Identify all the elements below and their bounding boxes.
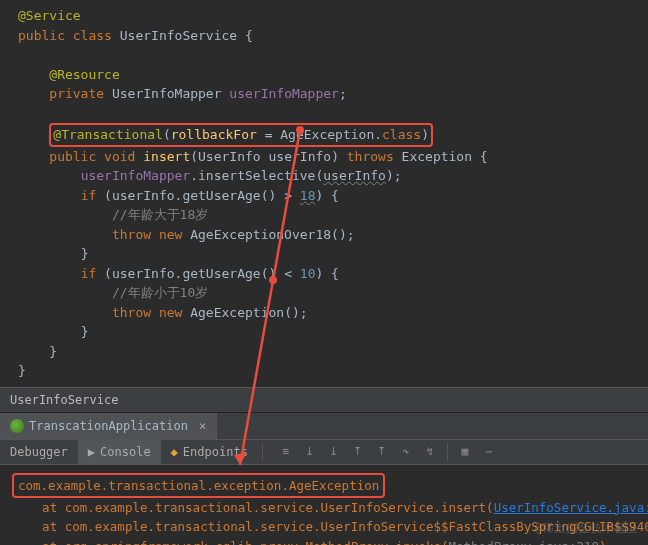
semicolon: ; [339, 86, 347, 101]
tab-console[interactable]: ▶ Console [78, 440, 161, 464]
spring-boot-icon [10, 419, 24, 433]
paren: (); [331, 227, 354, 242]
keyword: if [81, 266, 104, 281]
brace: } [49, 344, 57, 359]
keyword: private [49, 86, 112, 101]
debug-actions: ≡ ⤓ ⤓ ⤒ ⤒ ↷ ↯ ▦ ⋯ [275, 441, 500, 463]
method-call: getUserAge [182, 188, 260, 203]
dot: . [190, 168, 198, 183]
brace: } [81, 324, 89, 339]
force-step-into-icon[interactable]: ⤓ [323, 441, 345, 463]
keyword: throws [347, 149, 402, 164]
evaluate-icon[interactable]: ↯ [419, 441, 441, 463]
comment: //年龄小于10岁 [112, 285, 208, 300]
keyword: if [81, 188, 104, 203]
operator: () < [261, 266, 300, 281]
brace: { [245, 28, 253, 43]
field: userInfoMapper [229, 86, 339, 101]
brace: ) { [315, 266, 338, 281]
tab-endpoints[interactable]: ◆ Endpoints [161, 440, 258, 464]
paren: ( [104, 266, 112, 281]
drop-frame-icon[interactable]: ⤒ [371, 441, 393, 463]
highlight-annotation-box: @Transactional(rollbackFor = AgeExceptio… [49, 123, 433, 147]
paren: ); [386, 168, 402, 183]
annotation: @Service [18, 8, 81, 23]
keyword: new [159, 227, 190, 242]
brace: } [81, 246, 89, 261]
paren: ( [190, 149, 198, 164]
keyword: throw [112, 305, 159, 320]
method-name: insert [143, 149, 190, 164]
paren: (); [284, 305, 307, 320]
source-link[interactable]: MethodProxy.java:218 [449, 539, 600, 545]
param-name: userInfo [269, 149, 332, 164]
debug-toolbar: Debugger ▶ Console ◆ Endpoints ≡ ⤓ ⤓ ⤒ ⤒… [0, 440, 648, 465]
run-tab[interactable]: TranscationApplication × [0, 413, 217, 439]
number: 10 [300, 266, 316, 281]
number: 18 [300, 188, 316, 203]
stack-frame: org.springframework.cglib.proxy.MethodPr… [65, 539, 449, 545]
dot: . [374, 127, 382, 142]
tab-label: Endpoints [183, 445, 248, 459]
run-to-cursor-icon[interactable]: ↷ [395, 441, 417, 463]
tab-label: TranscationApplication [29, 419, 188, 433]
divider [447, 443, 448, 461]
stack-frame: com.example.transactional.service.UserIn… [65, 519, 648, 534]
param-type: UserInfo [198, 149, 268, 164]
step-over-icon[interactable]: ≡ [275, 441, 297, 463]
endpoints-icon: ◆ [171, 445, 178, 459]
class-name: UserInfoService [120, 28, 245, 43]
calculator-icon[interactable]: ▦ [454, 441, 476, 463]
paren: ( [163, 127, 171, 142]
method-call: getUserAge [182, 266, 260, 281]
breadcrumb[interactable]: UserInfoService [0, 387, 648, 413]
divider [262, 443, 263, 461]
paren: ) [421, 127, 429, 142]
keyword: class [73, 28, 120, 43]
brace: { [480, 149, 488, 164]
brace: ) { [315, 188, 338, 203]
var: userInfo [112, 266, 175, 281]
type: UserInfoMapper [112, 86, 229, 101]
equals: = [265, 127, 281, 142]
annotation: @Resource [49, 67, 119, 82]
exception-type: Exception [402, 149, 480, 164]
tab-debugger[interactable]: Debugger [0, 440, 78, 464]
class-ref: AgeException [280, 127, 374, 142]
at-text: at [42, 500, 65, 515]
close-icon[interactable]: × [199, 419, 206, 433]
attribute: rollbackFor [171, 127, 265, 142]
stack-frame: com.example.transactional.service.UserIn… [65, 500, 494, 515]
keyword: throw [112, 227, 159, 242]
field: userInfoMapper [81, 168, 191, 183]
exception-type: AgeExceptionOver18 [190, 227, 331, 242]
brace: } [18, 363, 26, 378]
code-editor[interactable]: @Service public class UserInfoService { … [0, 0, 648, 387]
method-call: insertSelective [198, 168, 315, 183]
operator: () > [261, 188, 300, 203]
keyword: void [104, 149, 143, 164]
keyword: public [49, 149, 104, 164]
at-text: at [42, 539, 65, 545]
paren: ) [331, 149, 347, 164]
console-icon: ▶ [88, 445, 95, 459]
annotation: @Transactional [53, 127, 163, 142]
paren: ) [599, 539, 607, 545]
tab-label: Console [100, 445, 151, 459]
run-tab-bar: TranscationApplication × [0, 413, 648, 440]
console-output[interactable]: com.example.transactional.exception.AgeE… [0, 465, 648, 546]
keyword: new [159, 305, 190, 320]
paren: ( [104, 188, 112, 203]
exception-type: AgeException [190, 305, 284, 320]
highlight-exception-box: com.example.transactional.exception.AgeE… [12, 473, 385, 498]
step-out-icon[interactable]: ⤒ [347, 441, 369, 463]
at-text: at [42, 519, 65, 534]
argument: userInfo [323, 168, 386, 183]
source-link[interactable]: UserInfoService.java:30 [494, 500, 648, 515]
var: userInfo [112, 188, 175, 203]
keyword: class [382, 127, 421, 142]
keyword: public [18, 28, 73, 43]
exception-class: com.example.transactional.exception.AgeE… [18, 478, 379, 493]
step-into-icon[interactable]: ⤓ [299, 441, 321, 463]
more-icon[interactable]: ⋯ [478, 441, 500, 463]
